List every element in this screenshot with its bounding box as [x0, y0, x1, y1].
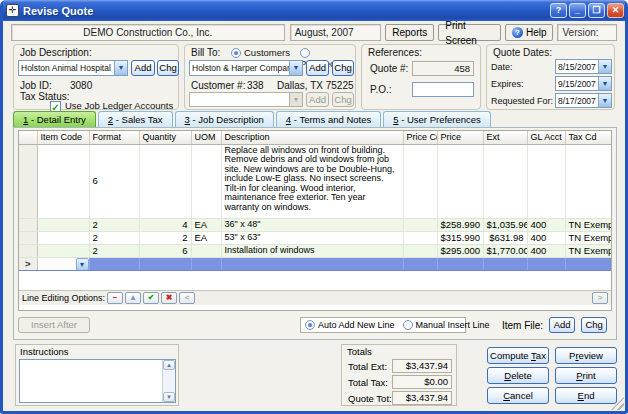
cell-gl-acct[interactable]: 400: [527, 218, 565, 231]
tab-job-description[interactable]: 3 - Job Description: [175, 111, 274, 128]
cell-price-cd[interactable]: [403, 244, 437, 257]
manual-insert-radio[interactable]: Manual Insert Line: [403, 320, 490, 330]
accept-line-button[interactable]: ✔: [143, 292, 159, 304]
bill-to-combo[interactable]: Holston & Harper Companies ▼: [189, 60, 303, 76]
cell-price[interactable]: $315.990: [437, 231, 483, 244]
cell-quantity[interactable]: 2: [139, 231, 191, 244]
expires-field[interactable]: 9/15/2007 ▼: [555, 76, 612, 91]
cell-description[interactable]: Installation of windows: [221, 244, 403, 257]
customer-add-button[interactable]: Add: [306, 60, 329, 76]
reports-button[interactable]: Reports: [385, 24, 434, 41]
active-entry-row[interactable]: > ▼: [19, 257, 611, 270]
cell-ext[interactable]: [483, 257, 527, 270]
cell-ext[interactable]: [483, 144, 527, 218]
item-code-edit-cell[interactable]: ▼: [37, 257, 89, 270]
cell-quantity[interactable]: 6: [139, 244, 191, 257]
cell-price[interactable]: [437, 144, 483, 218]
cell-uom[interactable]: EA: [191, 231, 221, 244]
scroll-left-icon[interactable]: <: [179, 292, 195, 304]
cell-price-cd[interactable]: [403, 257, 437, 270]
cell-ext[interactable]: $631.98: [483, 231, 527, 244]
cell-format[interactable]: 2: [89, 231, 139, 244]
date-field[interactable]: 8/15/2007 ▼: [555, 59, 612, 74]
po-input[interactable]: [412, 82, 474, 97]
cell-item-code[interactable]: [37, 244, 89, 257]
tab-sales-tax[interactable]: 2 - Sales Tax: [98, 111, 173, 128]
tab-detail-entry[interactable]: 1 - Detail Entry: [13, 111, 96, 128]
row-selector[interactable]: [19, 144, 37, 218]
cell-item-code[interactable]: [37, 231, 89, 244]
cell-quantity[interactable]: 4: [139, 218, 191, 231]
cell-tax-cd[interactable]: TN Exempt: [565, 231, 611, 244]
cell-tax-cd[interactable]: [565, 257, 611, 270]
dropdown-icon[interactable]: ▼: [76, 258, 89, 271]
scroll-right-icon[interactable]: >: [592, 292, 608, 304]
cell-ext[interactable]: $1,035.96: [483, 218, 527, 231]
cancel-line-button[interactable]: ✖: [161, 292, 177, 304]
cell-price[interactable]: $258.990: [437, 218, 483, 231]
delete-line-button[interactable]: −: [107, 292, 123, 304]
preview-button[interactable]: Preview: [555, 347, 617, 364]
cell-gl-acct[interactable]: [527, 257, 565, 270]
minimize-button[interactable]: _: [569, 3, 586, 18]
cell-price[interactable]: $295.000: [437, 244, 483, 257]
cell-ext[interactable]: $1,770.00: [483, 244, 527, 257]
customers-radio[interactable]: Customers: [231, 47, 290, 58]
cell-item-code[interactable]: [37, 144, 89, 218]
cell-format[interactable]: 2: [89, 218, 139, 231]
print-screen-button[interactable]: Print Screen: [438, 24, 501, 41]
title-bar[interactable]: ✛ Revise Quote ? _ ❐ ✕: [0, 0, 628, 21]
cell-tax-cd[interactable]: TN Exempt: [565, 244, 611, 257]
tab-terms-and-notes[interactable]: 4 - Terms and Notes: [276, 111, 381, 128]
scroll-down-icon[interactable]: ▼: [163, 392, 175, 402]
customer-chg-button[interactable]: Chg: [332, 60, 354, 76]
close-button[interactable]: ✕: [607, 3, 624, 18]
scroll-up-icon[interactable]: ▲: [163, 360, 175, 370]
cell-gl-acct[interactable]: 400: [527, 231, 565, 244]
help-titlebar-button[interactable]: ?: [550, 3, 567, 18]
item-file-chg-button[interactable]: Chg: [581, 317, 607, 333]
dropdown-icon[interactable]: ▼: [598, 77, 611, 90]
cell-format[interactable]: 6: [89, 144, 139, 218]
cell-quantity[interactable]: [139, 144, 191, 218]
dropdown-icon[interactable]: ▼: [598, 60, 611, 73]
cell-format[interactable]: 2: [89, 244, 139, 257]
end-button[interactable]: End: [555, 387, 617, 404]
print-button[interactable]: Print: [555, 367, 617, 384]
cell-price-cd[interactable]: [403, 231, 437, 244]
requested-for-field[interactable]: 8/17/2007 ▼: [555, 93, 612, 108]
job-combo[interactable]: Holston Animal Hospital ▼: [18, 60, 128, 76]
cell-uom[interactable]: EA: [191, 218, 221, 231]
row-selector[interactable]: [19, 244, 37, 257]
cell-price-cd[interactable]: [403, 144, 437, 218]
cell-gl-acct[interactable]: 400: [527, 244, 565, 257]
instructions-textarea[interactable]: ▲ ▼: [19, 359, 176, 403]
item-file-add-button[interactable]: Add: [549, 317, 575, 333]
cell-tax-cd[interactable]: TN Exempt: [565, 218, 611, 231]
row-selector[interactable]: [19, 218, 37, 231]
cell-quantity[interactable]: [139, 257, 191, 270]
cell-description[interactable]: [221, 257, 403, 270]
move-line-up-button[interactable]: ▲: [125, 292, 141, 304]
auto-add-radio[interactable]: Auto Add New Line: [305, 320, 395, 330]
row-selector[interactable]: [19, 231, 37, 244]
cell-description[interactable]: Replace all windows on front of building…: [221, 144, 403, 218]
help-button[interactable]: ? Help: [505, 24, 554, 41]
delete-button[interactable]: Delete: [487, 367, 549, 384]
tab-user-preferences[interactable]: 5 - User Preferences: [383, 111, 491, 128]
cell-tax-cd[interactable]: [565, 144, 611, 218]
cell-price-cd[interactable]: [403, 218, 437, 231]
job-chg-button[interactable]: Chg: [157, 60, 179, 76]
job-add-button[interactable]: Add: [131, 60, 155, 76]
cell-uom[interactable]: [191, 144, 221, 218]
cell-uom[interactable]: [191, 257, 221, 270]
cell-item-code[interactable]: [37, 218, 89, 231]
maximize-button[interactable]: ❐: [588, 3, 605, 18]
cell-gl-acct[interactable]: [527, 144, 565, 218]
cancel-button[interactable]: Cancel: [487, 387, 549, 404]
compute-tax-button[interactable]: Compute Tax: [487, 347, 549, 364]
cell-format[interactable]: [89, 257, 139, 270]
dropdown-icon[interactable]: ▼: [598, 94, 611, 107]
cell-description[interactable]: 36" x 48": [221, 218, 403, 231]
dropdown-icon[interactable]: ▼: [114, 61, 127, 75]
